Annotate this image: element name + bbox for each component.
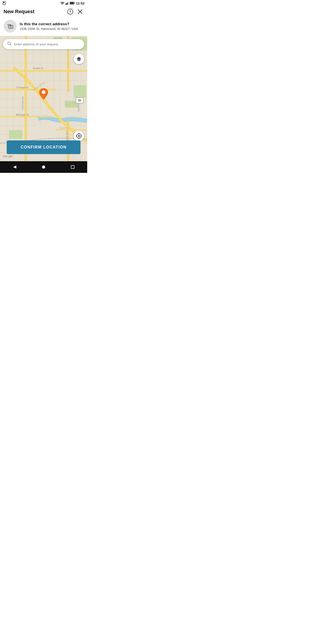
address-search-input[interactable]	[14, 42, 80, 46]
svg-text:Carrol St: Carrol St	[59, 127, 68, 129]
location-pin-icon	[39, 88, 48, 100]
close-button[interactable]	[76, 8, 84, 15]
svg-rect-83	[71, 166, 74, 168]
map-pin	[39, 88, 48, 101]
search-bar-wrap[interactable]	[3, 39, 84, 49]
svg-line-71	[10, 44, 11, 46]
address-question: Is this the correct address?	[20, 22, 78, 26]
status-right: 11:52	[60, 1, 84, 5]
camera-avatar: +	[4, 20, 16, 33]
svg-point-82	[42, 166, 45, 168]
layers-icon	[76, 56, 82, 62]
svg-text:Michigan St: Michigan St	[16, 113, 28, 116]
address-banner: + Is this the correct address? 1536 150t…	[0, 18, 87, 36]
status-bar: 11:52	[0, 0, 87, 6]
recents-button[interactable]	[69, 163, 77, 171]
header-actions: ?	[67, 8, 84, 15]
map-container[interactable]: Gostlin St Chicago St Michigan St Columb…	[0, 36, 87, 161]
signal-icon	[65, 2, 69, 5]
svg-rect-8	[74, 3, 75, 4]
svg-marker-81	[13, 166, 16, 168]
svg-rect-1	[3, 2, 4, 3]
svg-rect-6	[68, 2, 69, 5]
svg-point-2	[62, 4, 62, 5]
search-icon	[7, 41, 12, 47]
svg-rect-49	[9, 130, 22, 139]
help-button[interactable]: ?	[67, 8, 74, 15]
svg-rect-48	[74, 85, 86, 98]
svg-point-74	[42, 90, 46, 94]
header: New Request ?	[0, 6, 87, 18]
svg-text:Columbia Ave: Columbia Ave	[22, 96, 24, 110]
svg-marker-73	[77, 58, 81, 61]
wifi-icon	[60, 2, 64, 5]
page-title: New Request	[4, 9, 34, 14]
back-button[interactable]	[10, 163, 18, 171]
address-info: Is this the correct address? 1536 150th …	[20, 22, 78, 31]
svg-text:?: ?	[69, 10, 71, 14]
google-logo: Google	[3, 154, 12, 158]
confirm-location-button[interactable]: CONFIRM LOCATION	[7, 140, 80, 154]
sim-icon	[3, 1, 6, 5]
svg-point-16	[10, 26, 12, 28]
time-display: 11:52	[76, 1, 84, 5]
bottom-nav	[0, 161, 87, 173]
svg-rect-5	[67, 2, 68, 5]
svg-rect-4	[66, 3, 67, 5]
current-location-icon	[76, 133, 82, 139]
close-icon	[78, 9, 82, 14]
home-icon	[42, 165, 46, 169]
camera-icon: +	[7, 23, 14, 29]
status-left	[3, 1, 6, 5]
address-value: 1536 150th St, Hammond, IN 46327, USA	[20, 27, 78, 31]
help-icon: ?	[67, 9, 73, 14]
confirm-button-wrap: CONFIRM LOCATION	[7, 140, 80, 154]
svg-point-76	[78, 135, 80, 137]
map-layer-button[interactable]	[74, 54, 84, 64]
recents-icon	[71, 165, 74, 169]
search-bar	[3, 39, 84, 49]
svg-text:Gostlin St: Gostlin St	[33, 67, 44, 70]
svg-text:Chicago St: Chicago St	[16, 86, 28, 89]
location-target-button[interactable]	[74, 131, 84, 141]
svg-rect-3	[65, 4, 66, 5]
svg-text:20: 20	[78, 99, 81, 102]
back-icon	[12, 165, 17, 169]
battery-icon	[70, 2, 75, 4]
home-button[interactable]	[40, 163, 48, 171]
